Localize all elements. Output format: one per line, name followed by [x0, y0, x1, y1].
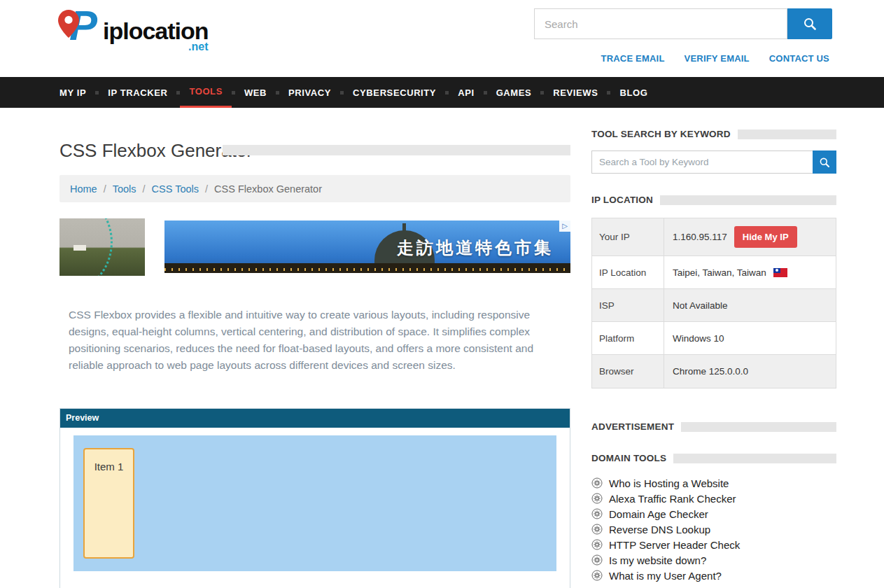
list-item-domain-age[interactable]: Domain Age Checker [591, 506, 836, 522]
nav-web[interactable]: WEB [235, 77, 276, 108]
gear-icon [591, 508, 603, 519]
tool-search-heading: TOOL SEARCH BY KEYWORD [591, 129, 836, 139]
hide-my-ip-button[interactable]: Hide My IP [734, 226, 797, 248]
site-search-button[interactable] [787, 8, 832, 39]
gear-icon [591, 493, 603, 504]
nav-cybersecurity[interactable]: CYBERSECURITY [344, 77, 445, 108]
breadcrumb-current: CSS Flexbox Generator [214, 183, 322, 195]
adchoices-icon[interactable]: ▷ [559, 220, 570, 232]
row-label: Browser [592, 355, 664, 388]
row-label: ISP [592, 289, 664, 321]
ip-location-heading: IP LOCATION [591, 195, 836, 205]
tool-search-button[interactable] [813, 150, 836, 174]
gear-icon [591, 570, 603, 581]
flex-preview-item: Item 1 [83, 448, 134, 559]
ad-image-left [59, 218, 145, 276]
ip-location-value: Taipei, Taiwan, Taiwan [673, 267, 766, 278]
row-value: 1.160.95.117 Hide My IP [664, 218, 836, 255]
logo-pin-icon: P [58, 8, 100, 57]
site-logo[interactable]: P iplocation .net [58, 8, 209, 57]
nav-privacy[interactable]: PRIVACY [279, 77, 340, 108]
table-row: Your IP 1.160.95.117 Hide My IP [592, 218, 836, 256]
advertisement-heading: ADVERTISEMENT [591, 421, 836, 432]
breadcrumb-separator [104, 183, 106, 195]
breadcrumb: Home Tools CSS Tools CSS Flexbox Generat… [59, 175, 570, 202]
row-label: Your IP [592, 218, 664, 255]
table-row: Browser Chrome 125.0.0.0 [592, 355, 836, 388]
search-icon [803, 17, 817, 31]
breadcrumb-separator [143, 183, 146, 195]
trace-email-link[interactable]: TRACE EMAIL [601, 53, 665, 64]
nav-games[interactable]: GAMES [487, 77, 541, 108]
contact-us-link[interactable]: CONTACT US [769, 53, 829, 64]
site-search-input[interactable] [534, 8, 787, 39]
list-item-user-agent[interactable]: What is my User Agent? [591, 568, 836, 583]
preview-panel: Preview Item 1 [59, 408, 570, 588]
header-links: TRACE EMAIL VERIFY EMAIL CONTACT US [601, 53, 829, 64]
nav-reviews[interactable]: REVIEWS [544, 77, 607, 108]
site-search [534, 8, 832, 39]
list-item-http-header[interactable]: HTTP Server Header Check [591, 537, 836, 552]
tool-search [591, 150, 836, 174]
table-row: ISP Not Available [592, 289, 836, 322]
gear-icon [591, 524, 603, 535]
row-value: Not Available [664, 289, 836, 321]
list-item-reverse-dns[interactable]: Reverse DNS Lookup [591, 522, 836, 537]
gear-icon [591, 477, 603, 489]
nav-api[interactable]: API [449, 77, 483, 108]
gear-icon [591, 539, 603, 550]
gear-icon [591, 554, 603, 566]
nav-my-ip[interactable]: MY IP [59, 77, 95, 108]
main-nav: MY IP IP TRACKER TOOLS WEB PRIVACY CYBER… [0, 77, 884, 108]
page: P iplocation .net TRACE EMAIL VERIFY EMA… [0, 0, 884, 588]
title-decoration-bar [223, 145, 570, 155]
domain-tools-list: Who is Hosting a Website Alexa Traffic R… [591, 475, 836, 583]
list-item-website-down[interactable]: Is my website down? [591, 552, 836, 568]
breadcrumb-tools[interactable]: Tools [113, 183, 136, 195]
ip-info-table: Your IP 1.160.95.117 Hide My IP IP Locat… [591, 218, 836, 388]
table-row: IP Location Taipei, Taiwan, Taiwan [592, 256, 836, 289]
tool-description: CSS Flexbox provides a flexible and intu… [69, 307, 559, 374]
breadcrumb-css-tools[interactable]: CSS Tools [152, 183, 199, 195]
breadcrumb-separator [205, 183, 208, 195]
ad-banner[interactable]: 走訪地道特色市集 ▷ [59, 217, 570, 277]
nav-blog[interactable]: BLOG [610, 77, 657, 108]
preview-header: Preview [60, 409, 570, 428]
search-icon [819, 157, 830, 168]
map-pin-icon [58, 10, 79, 38]
your-ip-value: 1.160.95.117 [673, 232, 727, 242]
flex-preview-container: Item 1 [73, 435, 556, 571]
breadcrumb-home[interactable]: Home [70, 183, 97, 195]
row-value: Chrome 125.0.0.0 [664, 355, 836, 388]
ad-headline: 走訪地道特色市集 [397, 237, 554, 259]
taiwan-flag-icon [773, 268, 787, 277]
row-value: Taipei, Taiwan, Taiwan [664, 256, 836, 288]
table-row: Platform Windows 10 [592, 322, 836, 355]
list-item-hosting[interactable]: Who is Hosting a Website [591, 475, 836, 491]
row-label: Platform [592, 322, 664, 354]
ad-image-right: 走訪地道特色市集 ▷ [164, 220, 570, 273]
nav-ip-tracker[interactable]: IP TRACKER [99, 77, 176, 108]
row-value: Windows 10 [664, 322, 836, 354]
logo-word: iplocation [103, 18, 209, 43]
verify-email-link[interactable]: VERIFY EMAIL [685, 53, 750, 64]
nav-tools[interactable]: TOOLS [180, 77, 232, 108]
domain-tools-heading: DOMAIN TOOLS [591, 453, 836, 463]
tool-search-input[interactable] [591, 150, 813, 174]
row-label: IP Location [592, 256, 664, 288]
list-item-alexa-rank[interactable]: Alexa Traffic Rank Checker [591, 491, 836, 506]
